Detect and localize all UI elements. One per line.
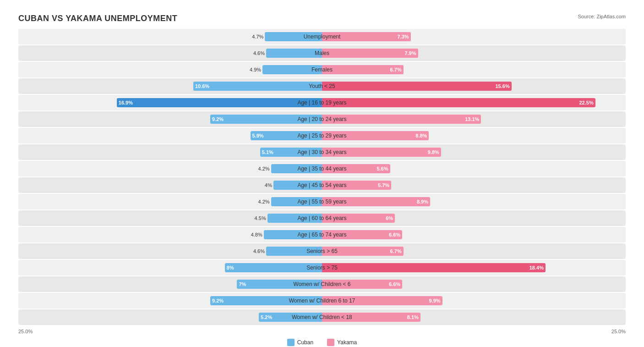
right-half: 5.7%	[322, 177, 626, 193]
chart-row: 8%18.4%Seniors > 75	[18, 260, 626, 275]
right-half: 7.3%	[322, 29, 626, 44]
left-half: 16.9%	[18, 95, 322, 110]
bar-yakama: 6.7%	[322, 65, 404, 74]
left-half: 5.2%	[18, 309, 322, 325]
bar-cuban	[266, 247, 322, 256]
left-half: 10.6%	[18, 78, 322, 94]
left-half: 4.7%	[18, 29, 322, 44]
right-half: 9.8%	[322, 144, 626, 160]
value-yakama: 7.9%	[404, 50, 418, 56]
value-cuban: 5.2%	[259, 314, 272, 320]
value-cuban: 4.9%	[250, 67, 261, 72]
right-half: 8.9%	[322, 194, 626, 209]
value-cuban: 5.1%	[260, 149, 273, 155]
value-cuban: 7%	[237, 281, 246, 287]
chart-row: 9.2%13.1%Age | 20 to 24 years	[18, 111, 626, 127]
bar-cuban: 5.9%	[251, 131, 322, 140]
chart-row: 4.6%6.7%Seniors > 65	[18, 243, 626, 259]
bar-yakama: 8.1%	[322, 313, 420, 322]
chart-row: 4.2%5.6%Age | 35 to 44 years	[18, 161, 626, 176]
bar-cuban: 5.2%	[259, 313, 322, 322]
left-half: 4%	[18, 177, 322, 193]
right-half: 13.1%	[322, 111, 626, 127]
value-cuban: 4.2%	[258, 199, 270, 204]
value-yakama: 6.6%	[389, 281, 402, 287]
value-yakama: 6.7%	[390, 248, 404, 254]
left-half: 9.2%	[18, 293, 322, 308]
chart-row: 4.2%8.9%Age | 55 to 59 years	[18, 194, 626, 209]
chart-container: CUBAN VS YAKAMA UNEMPLOYMENT Source: Zip…	[9, 9, 635, 347]
value-cuban: 4.6%	[253, 50, 265, 56]
bar-cuban: 9.2%	[210, 115, 322, 124]
chart-row: 4.8%6.6%Age | 65 to 74 years	[18, 227, 626, 242]
bar-cuban	[266, 49, 322, 58]
value-yakama: 8.9%	[417, 199, 430, 204]
left-half: 7%	[18, 276, 322, 292]
left-half: 4.2%	[18, 161, 322, 176]
value-yakama: 6.6%	[389, 232, 402, 237]
bar-yakama: 5.6%	[322, 164, 390, 173]
bar-cuban	[267, 214, 322, 223]
value-yakama: 6.7%	[390, 67, 404, 72]
chart-row: 4.9%6.7%Females	[18, 62, 626, 77]
value-cuban: 5.9%	[251, 133, 264, 138]
legend-cuban: Cuban	[287, 339, 313, 346]
chart-row: 7%6.6%Women w/ Children < 6	[18, 276, 626, 292]
value-cuban: 4.8%	[251, 232, 262, 237]
bar-yakama: 6.6%	[322, 230, 402, 239]
right-half: 8.8%	[322, 128, 626, 143]
chart-row: 5.1%9.8%Age | 30 to 34 years	[18, 144, 626, 160]
bar-cuban: 16.9%	[117, 98, 322, 107]
bar-yakama: 13.1%	[322, 115, 481, 124]
left-half: 9.2%	[18, 111, 322, 127]
bar-yakama: 7.9%	[322, 49, 418, 58]
chart-row: 4.6%7.9%Males	[18, 45, 626, 61]
chart-header: CUBAN VS YAKAMA UNEMPLOYMENT Source: Zip…	[18, 14, 626, 23]
value-cuban: 4.5%	[255, 215, 266, 221]
left-half: 5.1%	[18, 144, 322, 160]
bar-yakama: 5.7%	[322, 181, 391, 190]
right-half: 6.7%	[322, 62, 626, 77]
bar-cuban: 9.2%	[210, 296, 322, 305]
left-half: 4.8%	[18, 227, 322, 242]
right-half: 7.9%	[322, 45, 626, 61]
value-cuban: 10.6%	[193, 83, 209, 89]
chart-row: 4.5%6%Age | 60 to 64 years	[18, 210, 626, 226]
value-cuban: 4.7%	[252, 34, 263, 39]
legend-cuban-label: Cuban	[297, 339, 313, 346]
value-cuban: 9.2%	[210, 116, 224, 122]
chart-rows: 4.7%7.3%Unemployment4.6%7.9%Males4.9%6.7…	[18, 29, 626, 325]
bar-cuban	[265, 32, 322, 41]
value-yakama: 22.5%	[579, 100, 595, 105]
bar-yakama: 18.4%	[322, 263, 546, 272]
chart-row: 5.9%8.8%Age | 25 to 29 years	[18, 128, 626, 143]
left-half: 4.2%	[18, 194, 322, 209]
value-cuban: 4%	[265, 182, 272, 188]
legend: Cuban Yakama	[18, 339, 626, 346]
bar-yakama: 15.6%	[322, 82, 512, 91]
bar-yakama: 6%	[322, 214, 395, 223]
right-half: 15.6%	[322, 78, 626, 94]
chart-row: 16.9%22.5%Age | 16 to 19 years	[18, 95, 626, 110]
bar-cuban: 8%	[225, 263, 322, 272]
bar-cuban: 7%	[237, 280, 322, 289]
bar-cuban	[271, 164, 322, 173]
bar-cuban	[262, 65, 322, 74]
right-half: 6.7%	[322, 243, 626, 259]
left-half: 5.9%	[18, 128, 322, 143]
bar-yakama: 8.8%	[322, 131, 429, 140]
value-cuban: 4.6%	[253, 248, 265, 254]
value-yakama: 8.8%	[415, 133, 429, 138]
bar-yakama: 6.7%	[322, 247, 404, 256]
bar-yakama: 6.6%	[322, 280, 402, 289]
left-half: 4.6%	[18, 243, 322, 259]
value-yakama: 18.4%	[529, 265, 546, 270]
value-yakama: 9.9%	[429, 298, 442, 303]
value-cuban: 9.2%	[210, 298, 224, 303]
right-half: 18.4%	[322, 260, 626, 275]
legend-yakama: Yakama	[327, 339, 357, 346]
chart-row: 9.2%9.9%Women w/ Children 6 to 17	[18, 293, 626, 308]
value-yakama: 9.8%	[428, 149, 441, 155]
legend-cuban-box	[287, 339, 295, 346]
value-yakama: 5.7%	[378, 182, 391, 188]
